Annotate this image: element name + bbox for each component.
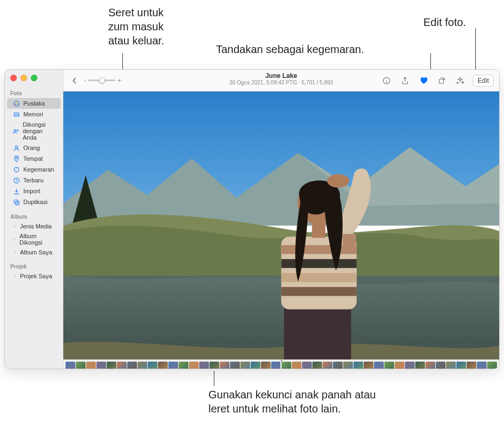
svg-rect-21 [282, 259, 357, 268]
chevron-right-icon: › [12, 273, 17, 279]
edit-button[interactable]: Edit [473, 75, 494, 87]
sidebar-item-memori[interactable]: Memori [7, 109, 61, 120]
sidebar-item-label: Dikongsi dengan Anda [23, 121, 56, 141]
thumbnail[interactable] [426, 362, 435, 369]
thumbnail[interactable] [138, 362, 147, 369]
svg-rect-18 [284, 304, 351, 359]
thumbnail-strip[interactable]: ▾ [63, 359, 499, 369]
thumbnail[interactable] [168, 362, 178, 369]
callout-zoom: Seret untuk zum masuk atau keluar. [108, 5, 200, 48]
thumbnail[interactable] [86, 362, 96, 369]
thumbnail[interactable] [467, 362, 476, 369]
thumbnail[interactable] [415, 362, 425, 369]
share-button[interactable] [399, 75, 411, 87]
sidebar-item-album-saya[interactable]: › Album Saya [7, 247, 61, 257]
thumbnail[interactable] [333, 362, 343, 369]
heart-icon [12, 166, 20, 173]
svg-point-8 [16, 157, 17, 159]
callout-edit-line [475, 28, 476, 74]
svg-rect-20 [282, 245, 357, 254]
thumbnail[interactable] [96, 362, 106, 369]
svg-point-6 [17, 129, 18, 131]
back-button[interactable] [69, 75, 81, 87]
thumbnail[interactable] [477, 362, 487, 369]
sidebar-item-label: Album Dikongsi [19, 233, 56, 246]
sidebar-item-pustaka[interactable]: Pustaka [7, 98, 61, 109]
chevron-right-icon: › [12, 224, 17, 229]
thumbnail[interactable] [456, 362, 466, 369]
thumbnail[interactable] [292, 362, 302, 369]
thumbnail[interactable] [127, 362, 137, 369]
thumbnail[interactable] [210, 362, 219, 369]
thumbnail[interactable] [323, 362, 332, 369]
sidebar-header-photos: Foto [5, 87, 63, 98]
thumbnail[interactable] [487, 362, 497, 369]
sidebar: Foto Pustaka Memori Dikongsi dengan Anda… [5, 70, 63, 369]
thumbnail[interactable] [354, 362, 363, 369]
sidebar-item-projek-saya[interactable]: › Projek Saya [7, 271, 61, 281]
thumbnail[interactable] [446, 362, 456, 369]
rotate-button[interactable] [436, 75, 448, 87]
thumbnail[interactable] [405, 362, 415, 369]
thumbnail[interactable] [395, 362, 404, 369]
zoom-slider-thumb[interactable] [99, 77, 105, 83]
content-area: - + June Lake 30 Ogos 2021, 5:09:42 PTG … [63, 70, 499, 369]
sidebar-item-label: Tempat [23, 155, 43, 162]
thumbnail[interactable] [251, 362, 260, 369]
thumbnail[interactable] [179, 362, 188, 369]
sidebar-item-orang[interactable]: Orang [7, 142, 61, 153]
enhance-button[interactable] [454, 75, 466, 87]
thumbnail[interactable] [76, 362, 86, 369]
thumbnail[interactable] [374, 362, 384, 369]
callout-thumbs: Gunakan kekunci anak panah atau leret un… [208, 388, 414, 416]
svg-point-27 [327, 174, 349, 188]
sidebar-item-duplikasi[interactable]: Duplikasi [7, 196, 61, 207]
shared-icon [12, 127, 19, 135]
sidebar-item-tempat[interactable]: Tempat [7, 153, 61, 164]
close-window-button[interactable] [10, 75, 17, 81]
thumbnail[interactable] [230, 362, 240, 369]
thumbnail[interactable] [158, 362, 168, 369]
favorite-button[interactable] [417, 75, 429, 87]
thumbnail[interactable] [343, 362, 353, 369]
thumbnail[interactable] [261, 362, 271, 369]
sidebar-item-jenis-media[interactable]: › Jenis Media [7, 221, 61, 231]
thumbnail[interactable] [66, 362, 75, 369]
svg-point-2 [17, 103, 18, 105]
thumbnail[interactable] [364, 362, 374, 369]
people-icon [12, 144, 20, 152]
sidebar-item-album-dikongsi[interactable]: › Album Dikongsi [7, 231, 61, 247]
minimize-window-button[interactable] [21, 75, 27, 81]
sidebar-item-kegemaran[interactable]: Kegemaran [7, 164, 61, 175]
sidebar-item-label: Jenis Media [20, 223, 52, 230]
svg-rect-13 [440, 79, 444, 83]
thumbnail[interactable] [282, 362, 291, 369]
svg-point-1 [16, 101, 17, 103]
thumbnail[interactable] [189, 362, 199, 369]
photo-scene [63, 91, 499, 359]
zoom-slider-track[interactable] [88, 80, 115, 81]
thumbnail[interactable] [436, 362, 446, 369]
zoom-window-button[interactable] [31, 75, 37, 81]
thumbnail[interactable] [220, 362, 230, 369]
thumbnail[interactable] [384, 362, 394, 369]
main-photo-viewer[interactable] [63, 91, 499, 359]
thumbnail[interactable] [199, 362, 209, 369]
zoom-plus: + [117, 77, 121, 84]
thumbnail[interactable] [271, 362, 281, 369]
thumbnail[interactable] [240, 362, 250, 369]
sidebar-item-terbaru[interactable]: Terbaru [7, 175, 61, 186]
thumbnail[interactable] [302, 362, 312, 369]
info-button[interactable] [381, 75, 392, 87]
current-thumb-marker: ▾ [280, 359, 283, 363]
thumbnail[interactable] [148, 362, 158, 369]
thumbnail[interactable] [107, 362, 116, 369]
thumbnail[interactable] [117, 362, 127, 369]
thumbnail[interactable] [312, 362, 322, 369]
toolbar: - + June Lake 30 Ogos 2021, 5:09:42 PTG … [63, 70, 499, 91]
callout-thumbs-line [214, 371, 214, 386]
sidebar-item-import[interactable]: Import [7, 186, 61, 196]
window-traffic-lights [10, 75, 37, 81]
zoom-slider[interactable]: - + [84, 77, 128, 84]
sidebar-item-dikongsi[interactable]: Dikongsi dengan Anda [7, 120, 61, 142]
